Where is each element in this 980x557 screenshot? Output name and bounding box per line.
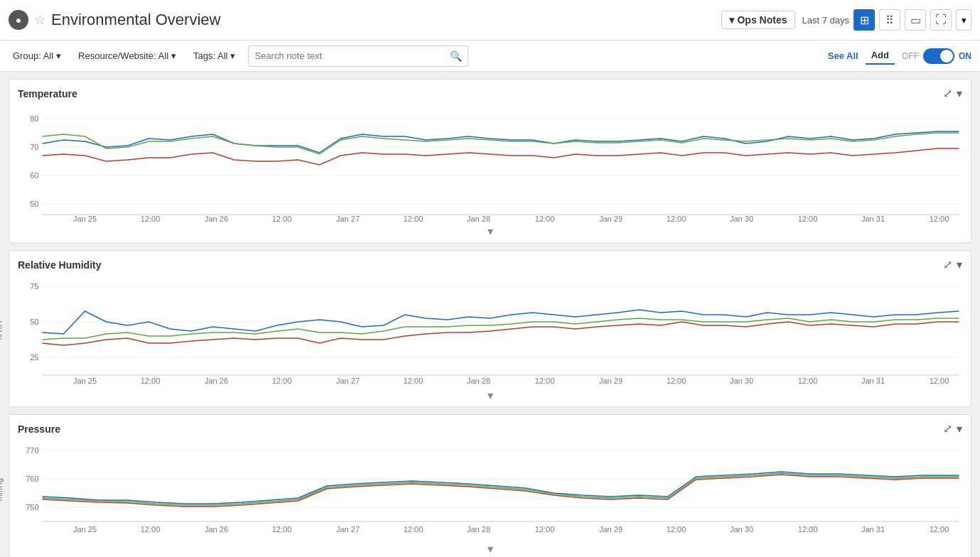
pressure-y-label: mmHg <box>0 478 4 501</box>
pressure-collapse-chevron[interactable]: ▾ <box>488 542 493 556</box>
svg-text:Jan 30: Jan 30 <box>730 525 753 534</box>
svg-text:12:00: 12:00 <box>404 525 424 534</box>
toggle-off-label: OFF <box>902 51 919 61</box>
svg-text:750: 750 <box>26 503 38 512</box>
more-options-button[interactable]: ▾ <box>956 9 971 31</box>
humidity-chart-title: Relative Humidity <box>18 259 101 271</box>
header-left: ● ☆ Environmental Overview <box>9 10 721 30</box>
svg-text:Jan 27: Jan 27 <box>336 377 360 385</box>
add-button[interactable]: Add <box>866 47 895 65</box>
svg-text:12:00: 12:00 <box>272 215 292 223</box>
svg-text:Jan 30: Jan 30 <box>730 377 753 385</box>
tags-chevron-icon: ▾ <box>230 50 235 61</box>
pressure-svg: 770 760 750 Jan 25 12:00 Jan 26 12:00 Ja… <box>38 440 964 539</box>
svg-text:12:00: 12:00 <box>930 525 949 534</box>
humidity-collapse-chevron[interactable]: ▾ <box>488 389 493 402</box>
time-range-label: Last 7 days <box>802 15 850 26</box>
svg-text:Jan 29: Jan 29 <box>599 377 623 385</box>
temperature-expand-button[interactable]: ⤢ <box>943 87 952 100</box>
svg-text:12:00: 12:00 <box>272 377 292 385</box>
search-icon: 🔍 <box>450 50 462 62</box>
svg-text:Jan 31: Jan 31 <box>861 377 885 385</box>
toggle-container: OFF ON <box>902 48 971 64</box>
svg-text:770: 770 <box>26 446 38 455</box>
svg-text:80: 80 <box>30 114 38 123</box>
resource-filter-label: Resource/Website: All <box>78 50 168 61</box>
pressure-chart-header: Pressure ⤢ ▾ <box>9 422 971 440</box>
svg-text:12:00: 12:00 <box>141 377 161 385</box>
temperature-chart-area: 80 70 60 50 Jan 25 12:00 Jan 26 12:00 Ja… <box>9 104 971 222</box>
svg-text:Jan 26: Jan 26 <box>205 377 228 385</box>
group-chevron-icon: ▾ <box>56 50 61 61</box>
search-input[interactable] <box>254 50 450 61</box>
group-filter[interactable]: Group: All ▾ <box>9 48 65 64</box>
dots-icon: ⠿ <box>885 13 894 27</box>
ops-notes-chevron: ▾ <box>729 14 734 26</box>
pressure-chart-footer: ▾ <box>9 539 971 557</box>
group-filter-label: Group: All <box>13 50 53 61</box>
svg-text:12:00: 12:00 <box>535 377 555 385</box>
svg-text:Jan 30: Jan 30 <box>730 215 753 223</box>
pressure-chart-controls: ⤢ ▾ <box>943 422 962 436</box>
crop-icon: ⛶ <box>935 13 947 26</box>
svg-text:12:00: 12:00 <box>404 215 424 223</box>
humidity-collapse-button[interactable]: ▾ <box>957 258 962 271</box>
svg-text:Jan 28: Jan 28 <box>467 377 490 385</box>
pressure-chart-area: 770 760 750 Jan 25 12:00 Jan 26 12:00 Ja… <box>9 440 971 539</box>
ops-notes-button[interactable]: ▾ Ops Notes <box>721 11 795 29</box>
search-box[interactable]: 🔍 <box>248 45 468 67</box>
svg-text:12:00: 12:00 <box>930 377 949 385</box>
svg-text:12:00: 12:00 <box>667 215 686 223</box>
humidity-chart-area: 75 50 25 Jan 25 12:00 Jan 26 12:00 Jan 2… <box>9 276 971 386</box>
temperature-chart-controls: ⤢ ▾ <box>943 87 962 100</box>
pressure-chart-panel: Pressure ⤢ ▾ 770 760 750 <box>9 414 971 557</box>
svg-text:50: 50 <box>30 200 38 208</box>
grid-view-button[interactable]: ⊞ <box>854 9 875 31</box>
temperature-collapse-chevron[interactable]: ▾ <box>488 225 493 238</box>
temperature-collapse-button[interactable]: ▾ <box>957 87 962 100</box>
resource-filter[interactable]: Resource/Website: All ▾ <box>74 48 181 64</box>
main-content: Temperature ⤢ ▾ 80 70 60 50 <box>0 72 980 557</box>
temperature-svg: 80 70 60 50 Jan 25 12:00 Jan 26 12:00 Ja… <box>38 104 964 222</box>
svg-text:12:00: 12:00 <box>535 525 555 534</box>
header-right: ▾ Ops Notes Last 7 days ⊞ ⠿ ▭ ⛶ ▾ <box>721 9 971 31</box>
humidity-chart-panel: Relative Humidity ⤢ ▾ 75 50 25 <box>9 250 971 407</box>
tags-filter[interactable]: Tags: All ▾ <box>189 48 239 64</box>
svg-text:60: 60 <box>30 171 38 180</box>
svg-text:Jan 29: Jan 29 <box>599 525 623 534</box>
svg-text:12:00: 12:00 <box>798 215 818 223</box>
monitor-view-button[interactable]: ▭ <box>905 9 926 31</box>
toggle-switch[interactable] <box>923 48 954 64</box>
resource-chevron-icon: ▾ <box>171 50 176 61</box>
svg-text:Jan 31: Jan 31 <box>861 215 885 223</box>
svg-text:760: 760 <box>26 475 38 483</box>
monitor-icon: ▭ <box>910 13 921 27</box>
dots-view-button[interactable]: ⠿ <box>879 9 900 31</box>
pressure-expand-button[interactable]: ⤢ <box>943 422 952 436</box>
main-header: ● ☆ Environmental Overview ▾ Ops Notes L… <box>0 0 980 40</box>
see-all-link[interactable]: See All <box>828 50 858 61</box>
tags-filter-label: Tags: All <box>193 50 227 61</box>
sub-header-right: See All Add OFF ON <box>828 47 971 65</box>
sub-header: Group: All ▾ Resource/Website: All ▾ Tag… <box>0 40 980 72</box>
humidity-expand-button[interactable]: ⤢ <box>943 258 952 271</box>
star-icon[interactable]: ☆ <box>34 12 45 28</box>
svg-text:Jan 26: Jan 26 <box>205 525 228 534</box>
svg-text:12:00: 12:00 <box>272 525 292 534</box>
toggle-on-label: ON <box>959 51 971 61</box>
humidity-y-label: % RH <box>0 320 4 341</box>
svg-text:Jan 29: Jan 29 <box>599 215 623 223</box>
svg-text:Jan 31: Jan 31 <box>861 525 885 534</box>
chevron-down-icon: ▾ <box>962 15 966 26</box>
app-icon: ● <box>9 10 28 30</box>
svg-text:Jan 27: Jan 27 <box>336 215 360 223</box>
pressure-collapse-button[interactable]: ▾ <box>957 422 962 436</box>
pressure-chart-title: Pressure <box>18 423 60 435</box>
humidity-svg: 75 50 25 Jan 25 12:00 Jan 26 12:00 Jan 2… <box>38 276 964 386</box>
svg-text:12:00: 12:00 <box>667 377 686 385</box>
svg-text:Jan 25: Jan 25 <box>73 525 97 534</box>
crop-view-button[interactable]: ⛶ <box>930 9 952 31</box>
svg-text:12:00: 12:00 <box>141 525 161 534</box>
humidity-chart-footer: ▾ <box>9 386 971 406</box>
svg-text:Jan 28: Jan 28 <box>467 215 490 223</box>
